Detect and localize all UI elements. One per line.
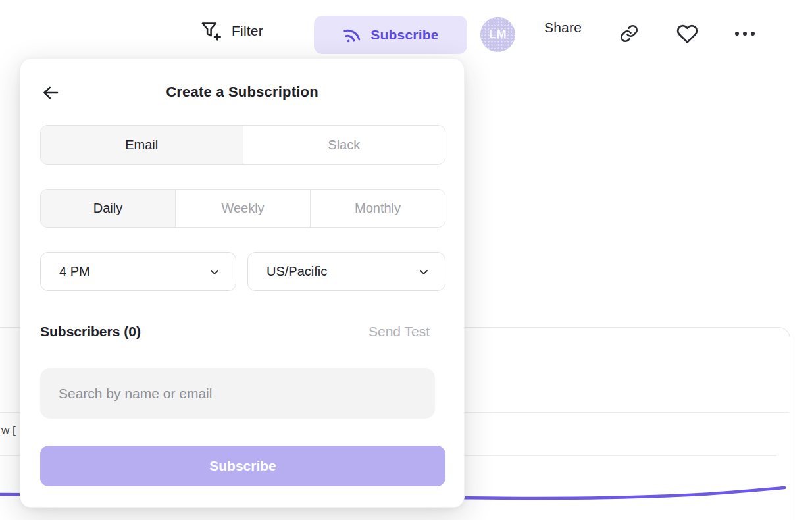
clipped-background-label: w [ — [1, 424, 16, 437]
subscribers-count-label: Subscribers (0) — [40, 324, 141, 340]
timezone-select[interactable]: US/Pacific — [247, 252, 445, 291]
frequency-segmented-control: Daily Weekly Monthly — [40, 189, 445, 228]
tab-weekly-label: Weekly — [221, 201, 264, 216]
subscribers-row: Subscribers (0) Send Test — [40, 324, 445, 344]
tab-email-label: Email — [125, 138, 158, 153]
filter-label: Filter — [232, 23, 263, 39]
avatar[interactable]: LM — [480, 17, 515, 52]
modal-header: Create a Subscription — [20, 82, 464, 103]
time-select-value: 4 PM — [59, 264, 90, 279]
channel-segmented-control: Email Slack — [40, 125, 445, 165]
chevron-down-icon — [208, 265, 221, 278]
rss-icon — [340, 23, 364, 47]
tab-monthly[interactable]: Monthly — [311, 190, 445, 227]
tab-email[interactable]: Email — [41, 126, 243, 164]
favorite-button[interactable] — [673, 18, 701, 49]
tab-monthly-label: Monthly — [355, 201, 401, 216]
heart-icon — [676, 23, 698, 45]
link-icon — [619, 24, 639, 43]
send-test-button[interactable]: Send Test — [368, 324, 430, 340]
subscriber-search-input[interactable] — [40, 368, 435, 419]
avatar-initials: LM — [489, 28, 507, 41]
filter-button[interactable]: Filter — [199, 20, 263, 42]
filter-icon — [199, 20, 222, 42]
chevron-down-icon — [417, 265, 430, 278]
timezone-select-value: US/Pacific — [266, 264, 327, 279]
tab-weekly[interactable]: Weekly — [176, 190, 311, 227]
modal-title: Create a Subscription — [20, 84, 464, 101]
subscribe-toolbar-button[interactable]: Subscribe — [314, 16, 467, 54]
tab-slack-label: Slack — [328, 138, 360, 153]
subscribe-submit-button[interactable]: Subscribe — [40, 446, 445, 486]
tab-daily-label: Daily — [93, 201, 122, 216]
copy-link-button[interactable] — [616, 18, 642, 49]
time-select[interactable]: 4 PM — [40, 252, 236, 291]
tab-slack[interactable]: Slack — [243, 126, 445, 164]
subscribe-toolbar-label: Subscribe — [370, 27, 438, 43]
share-button[interactable]: Share — [544, 20, 582, 36]
tab-daily[interactable]: Daily — [41, 190, 176, 227]
more-options-button[interactable] — [730, 18, 759, 49]
ellipsis-icon — [734, 30, 756, 38]
create-subscription-modal: Create a Subscription Email Slack Daily … — [20, 58, 465, 508]
share-label: Share — [544, 20, 582, 36]
